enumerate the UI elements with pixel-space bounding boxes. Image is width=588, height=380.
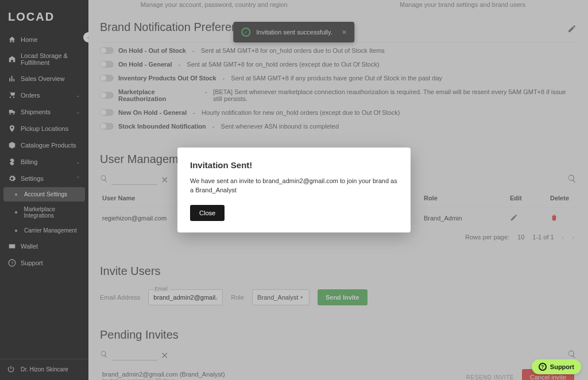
help-icon: ? [539,363,547,371]
modal-body: We have sent an invite to brand_admin2@g… [190,177,398,195]
modal-title: Invitation Sent! [190,160,398,170]
modal-overlay[interactable]: Invitation Sent! We have sent an invite … [0,0,588,380]
support-pill-label: Support [550,363,574,370]
support-widget-button[interactable]: ? Support [532,359,581,374]
modal-close-button[interactable]: Close [190,205,225,221]
invitation-sent-modal: Invitation Sent! We have sent an invite … [177,148,411,232]
